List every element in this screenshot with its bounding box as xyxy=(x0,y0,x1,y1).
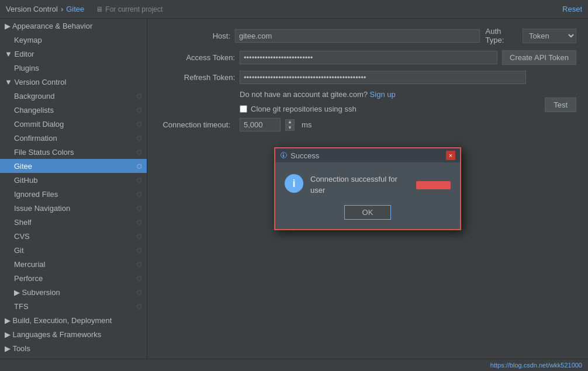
project-icon: 🖥 xyxy=(96,5,103,13)
sidebar-item-ignored-files[interactable]: Ignored Files⬡ xyxy=(0,187,147,201)
sidebar-item-mercurial[interactable]: Mercurial⬡ xyxy=(0,257,147,271)
top-bar: Version Control › Gitee 🖥 For current pr… xyxy=(0,0,588,19)
connection-timeout-input[interactable] xyxy=(240,118,281,131)
connection-timeout-label: Connection timeout: xyxy=(159,120,235,129)
breadcrumb: Version Control › Gitee xyxy=(6,5,84,13)
breadcrumb-active: Gitee xyxy=(66,5,84,13)
sidebar-label-confirmation: Confirmation xyxy=(14,134,57,143)
sidebar-item-tools[interactable]: ▶ Tools xyxy=(0,341,147,355)
popup-ok-button[interactable]: OK xyxy=(344,205,392,220)
ext-icon-tfs: ⬡ xyxy=(137,303,142,310)
test-button[interactable]: Test xyxy=(545,98,576,112)
ext-icon-ignored-files: ⬡ xyxy=(137,191,142,197)
ext-icon-changelists: ⬡ xyxy=(137,107,142,113)
ext-icon-file-status-colors: ⬡ xyxy=(137,149,142,155)
main-layout: ▶ Appearance & BehaviorKeymap▼ EditorPlu… xyxy=(0,19,588,359)
sidebar-label-background: Background xyxy=(14,92,54,100)
sidebar-label-keymap: Keymap xyxy=(14,36,42,44)
sidebar-item-build-exec[interactable]: ▶ Build, Execution, Deployment xyxy=(0,313,147,327)
timeout-spinner: ▲ ▼ xyxy=(285,119,295,131)
sidebar: ▶ Appearance & BehaviorKeymap▼ EditorPlu… xyxy=(0,19,147,359)
timeout-unit: ms xyxy=(302,120,312,129)
sidebar-label-ignored-files: Ignored Files xyxy=(14,190,58,199)
sidebar-label-commit-dialog: Commit Dialog xyxy=(14,120,64,129)
ext-icon-shelf: ⬡ xyxy=(137,219,142,226)
auth-type-section: Auth Type: Token Password xyxy=(486,27,577,44)
auth-type-select[interactable]: Token Password xyxy=(523,29,576,43)
ext-icon-perforce: ⬡ xyxy=(137,275,142,282)
sidebar-item-issue-navigation[interactable]: Issue Navigation⬡ xyxy=(0,201,147,215)
host-row: Host: Auth Type: Token Password xyxy=(159,27,576,44)
host-label: Host: xyxy=(159,32,235,40)
access-token-input[interactable] xyxy=(240,51,497,64)
sidebar-label-languages: ▶ Languages & Frameworks xyxy=(5,330,101,339)
sidebar-item-shelf[interactable]: Shelf⬡ xyxy=(0,215,147,229)
reset-button[interactable]: Reset xyxy=(562,5,582,13)
breadcrumb-separator: › xyxy=(61,5,63,13)
refresh-token-row: Refresh Token: xyxy=(159,71,576,84)
ext-icon-git: ⬡ xyxy=(137,247,142,254)
clone-ssh-checkbox[interactable] xyxy=(240,105,247,113)
sidebar-item-gitee[interactable]: Gitee⬡ xyxy=(0,159,147,173)
sidebar-label-tfs: TFS xyxy=(14,302,29,311)
refresh-token-input[interactable] xyxy=(240,71,526,84)
timeout-increment[interactable]: ▲ xyxy=(285,119,295,125)
content-area: Host: Auth Type: Token Password Access T… xyxy=(147,19,588,359)
bottom-bar: https://blog.csdn.net/wkk521000 xyxy=(0,359,588,371)
no-account-row: Do not have an account at gitee.com? Sig… xyxy=(240,90,576,99)
sidebar-item-version-control[interactable]: ▼ Version Control xyxy=(0,75,147,89)
sidebar-item-git[interactable]: Git⬡ xyxy=(0,243,147,257)
sidebar-label-github: GitHub xyxy=(14,176,37,185)
sidebar-label-changelists: Changelists xyxy=(14,106,54,115)
sidebar-label-perforce: Perforce xyxy=(14,274,43,283)
sign-up-link[interactable]: Sign up xyxy=(370,90,396,99)
refresh-token-label: Refresh Token: xyxy=(159,73,235,82)
sidebar-label-tools: ▶ Tools xyxy=(5,344,30,353)
sidebar-item-subversion[interactable]: ▶ Subversion⬡ xyxy=(0,285,147,299)
sidebar-item-perforce[interactable]: Perforce⬡ xyxy=(0,271,147,285)
sidebar-label-plugins: Plugins xyxy=(14,64,39,72)
sidebar-label-build-exec: ▶ Build, Execution, Deployment xyxy=(5,316,112,325)
sidebar-item-file-status-colors[interactable]: File Status Colors⬡ xyxy=(0,145,147,159)
sidebar-item-editor[interactable]: ▼ Editor xyxy=(0,47,147,61)
ext-icon-gitee: ⬡ xyxy=(137,163,142,169)
sidebar-label-file-status-colors: File Status Colors xyxy=(14,148,74,157)
sidebar-label-git: Git xyxy=(14,246,24,255)
sidebar-label-appearance: ▶ Appearance & Behavior xyxy=(5,22,92,30)
access-token-row: Access Token: Create API Token xyxy=(159,50,576,65)
timeout-decrement[interactable]: ▼ xyxy=(285,125,295,131)
sidebar-item-commit-dialog[interactable]: Commit Dialog⬡ xyxy=(0,117,147,131)
sidebar-label-version-control: ▼ Version Control xyxy=(5,78,66,86)
sidebar-item-keymap[interactable]: Keymap xyxy=(0,33,147,47)
sidebar-item-confirmation[interactable]: Confirmation⬡ xyxy=(0,131,147,145)
sidebar-item-tfs[interactable]: TFS⬡ xyxy=(0,299,147,313)
sidebar-label-shelf: Shelf xyxy=(14,218,32,227)
popup-title: Success xyxy=(290,151,442,160)
sidebar-item-appearance[interactable]: ▶ Appearance & Behavior xyxy=(0,19,147,33)
create-api-button[interactable]: Create API Token xyxy=(502,50,576,65)
connection-timeout-row: Connection timeout: ▲ ▼ ms xyxy=(159,118,576,131)
access-token-label: Access Token: xyxy=(159,53,235,62)
ext-icon-github: ⬡ xyxy=(137,177,142,183)
sidebar-item-github[interactable]: GitHub⬡ xyxy=(0,173,147,187)
breadcrumb-root[interactable]: Version Control xyxy=(6,5,58,13)
sidebar-label-gitee: Gitee xyxy=(14,162,32,171)
success-dialog: 🛈 Success × i Connection successful for … xyxy=(274,147,461,230)
host-input[interactable] xyxy=(235,29,480,43)
sidebar-item-languages[interactable]: ▶ Languages & Frameworks xyxy=(0,327,147,341)
popup-body: i Connection successful for user xyxy=(275,162,460,204)
popup-message: Connection successful for user xyxy=(310,174,451,195)
ext-icon-commit-dialog: ⬡ xyxy=(137,121,142,127)
ext-icon-cvs: ⬡ xyxy=(137,233,142,240)
sidebar-item-changelists[interactable]: Changelists⬡ xyxy=(0,103,147,117)
popup-titlebar: 🛈 Success × xyxy=(275,148,460,162)
auth-type-label: Auth Type: xyxy=(486,27,520,44)
clone-ssh-label: Clone git repositories using ssh xyxy=(251,105,357,113)
sidebar-item-plugins[interactable]: Plugins xyxy=(0,61,147,75)
sidebar-label-subversion: ▶ Subversion xyxy=(14,288,60,297)
ext-icon-issue-navigation: ⬡ xyxy=(137,205,142,211)
popup-info-icon: i xyxy=(285,174,303,193)
popup-close-button[interactable]: × xyxy=(446,151,455,160)
sidebar-item-background[interactable]: Background⬡ xyxy=(0,89,147,103)
sidebar-item-cvs[interactable]: CVS⬡ xyxy=(0,229,147,243)
